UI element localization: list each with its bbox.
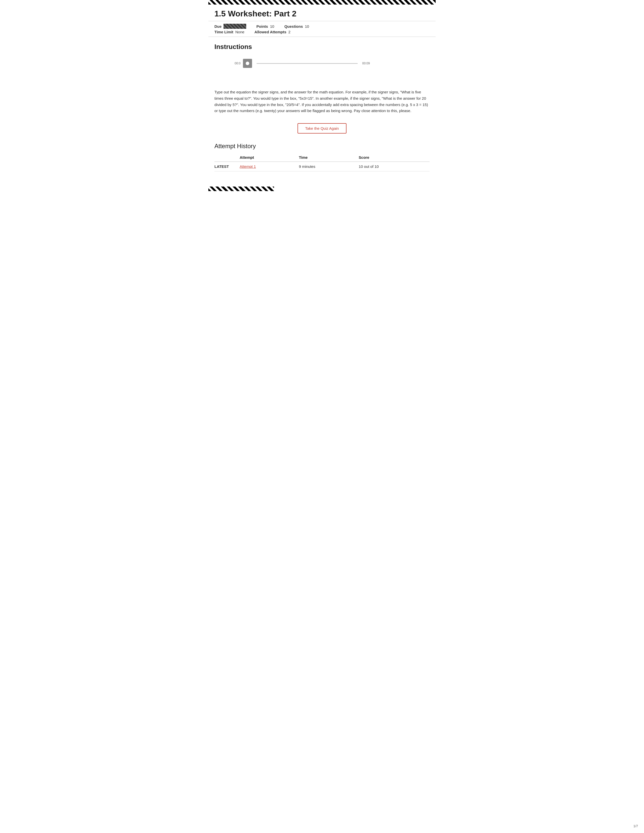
due-redacted-value [224,24,246,29]
meta-bar: Due Points 10 Questions 10 Time Limit No… [208,21,436,37]
instructions-area: 00:0 00:09 [208,59,436,89]
points-label: Points [256,24,268,29]
page-title: 1.5 Worksheet: Part 2 [208,5,436,21]
row-status: LATEST [214,162,240,171]
allowed-attempts-item: Allowed Attempts 2 [254,30,290,34]
table-row: LATEST Attempt 1 9 minutes 10 out of 10 [214,162,430,171]
time-limit-item: Time Limit None [214,30,245,34]
meta-row-2: Time Limit None Allowed Attempts 2 [214,30,430,34]
row-score: 10 out of 10 [359,162,430,171]
meta-row-1: Due Points 10 Questions 10 [214,24,430,29]
due-label: Due [214,24,222,29]
col-header-attempt: Attempt [240,153,299,162]
time-limit-value: None [235,30,245,34]
video-progress-track[interactable] [257,63,357,64]
attempt-1-link[interactable]: Attempt 1 [240,164,256,169]
questions-item: Questions 10 [284,24,309,29]
questions-label: Questions [284,24,303,29]
col-header-score: Score [359,153,430,162]
video-time-right: 00:09 [362,61,370,65]
spacer [208,171,436,179]
table-header-row: Attempt Time Score [214,153,430,162]
bottom-decorative-banner [208,187,274,191]
allowed-attempts-value: 2 [288,30,290,34]
bottom-area: 1/7 [208,179,436,194]
questions-value: 10 [305,24,309,29]
allowed-attempts-label: Allowed Attempts [254,30,287,34]
instructions-section-title: Instructions [208,37,436,54]
points-item: Points 10 [256,24,274,29]
take-quiz-again-button[interactable]: Take the Quiz Again [298,123,346,133]
points-value: 10 [270,24,274,29]
row-time: 9 minutes [299,162,359,171]
top-decorative-banner [208,0,436,5]
video-record-icon [246,61,249,65]
col-header-time: Time [299,153,359,162]
video-play-button[interactable] [243,59,252,68]
col-header-status [214,153,240,162]
video-player: 00:0 00:09 [235,59,430,68]
due-item: Due [214,24,246,29]
take-quiz-container: Take the Quiz Again [208,119,436,141]
row-attempt: Attempt 1 [240,162,299,171]
instructions-body-text: Type out the equation the signer signs, … [208,89,436,119]
attempt-history-title: Attempt History [208,141,436,153]
attempt-history-table: Attempt Time Score LATEST Attempt 1 9 mi… [214,153,430,171]
video-time-left: 00:0 [235,61,240,65]
time-limit-label: Time Limit [214,30,233,34]
